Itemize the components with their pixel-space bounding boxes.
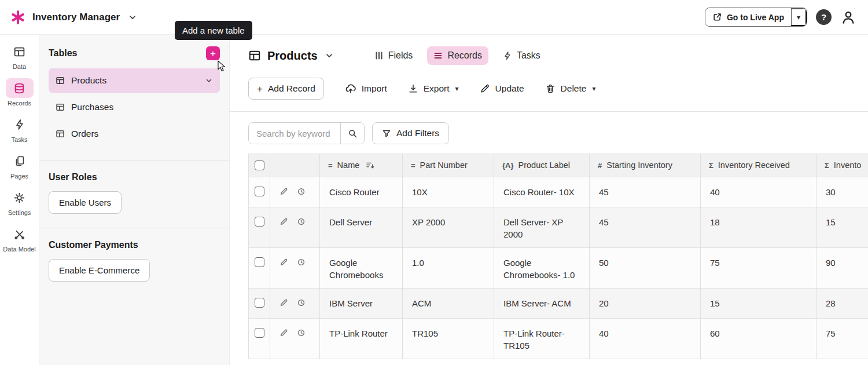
row-history-icon[interactable]: [297, 258, 306, 267]
column-header-part-number[interactable]: = Part Number: [403, 154, 494, 177]
app-switcher-chevron-down-icon[interactable]: [128, 13, 137, 22]
add-filters-button[interactable]: Add Filters: [372, 122, 449, 144]
enable-users-button[interactable]: Enable Users: [49, 191, 122, 214]
row-history-icon[interactable]: [297, 298, 306, 307]
main-content: Products Fields Records: [230, 35, 868, 365]
cell-inventory-received[interactable]: 75: [701, 248, 816, 289]
cell-inventory-6[interactable]: 15: [816, 207, 868, 248]
row-checkbox[interactable]: [255, 328, 264, 338]
cell-part-number[interactable]: 1.0: [403, 248, 494, 289]
cell-inventory-received[interactable]: 18: [701, 207, 816, 248]
cell-part-number[interactable]: ACM: [403, 289, 494, 319]
caret-down-icon: ▾: [797, 13, 800, 21]
edit-row-pencil-icon[interactable]: [279, 258, 288, 267]
edit-row-pencil-icon[interactable]: [279, 329, 288, 337]
pencil-icon: [480, 83, 490, 94]
cell-name[interactable]: Google Chromebooks: [320, 248, 403, 289]
delete-button[interactable]: Delete ▾: [545, 83, 596, 94]
rail-item-pages[interactable]: Pages: [6, 151, 34, 180]
cell-name[interactable]: Dell Server: [320, 207, 403, 248]
column-header-inventory-6[interactable]: Σ Invento: [816, 154, 868, 177]
lightning-icon: [14, 119, 25, 130]
search-filter-row: Add Filters: [248, 122, 868, 144]
row-history-icon[interactable]: [297, 187, 306, 196]
row-checkbox[interactable]: [255, 217, 264, 227]
search-input[interactable]: [249, 123, 340, 144]
column-header-inventory-received[interactable]: Σ Inventory Received: [701, 154, 816, 177]
rail-item-data-model[interactable]: Data Model: [3, 224, 35, 253]
column-header-starting-inventory[interactable]: # Starting Inventory: [590, 154, 701, 177]
user-roles-heading: User Roles: [49, 172, 220, 183]
edit-row-pencil-icon[interactable]: [279, 298, 288, 307]
cell-product-label[interactable]: IBM Server- ACM: [494, 289, 590, 319]
sidebar-item-products[interactable]: Products: [49, 68, 220, 93]
cell-starting-inventory[interactable]: 20: [590, 289, 701, 319]
divider: [39, 160, 229, 160]
row-checkbox[interactable]: [255, 298, 264, 308]
cell-starting-inventory[interactable]: 50: [590, 248, 701, 289]
tab-tasks[interactable]: Tasks: [496, 46, 547, 65]
sidebar-item-orders[interactable]: Orders: [49, 122, 220, 146]
table-selector-chevron-down-icon[interactable]: [325, 51, 334, 60]
table-row: TP-Link Router TR105 TP-Link Router- TR1…: [249, 319, 868, 359]
cell-part-number[interactable]: TR105: [403, 319, 494, 359]
row-checkbox[interactable]: [255, 257, 264, 267]
enable-ecommerce-button[interactable]: Enable E-Commerce: [49, 259, 150, 282]
cell-name[interactable]: TP-Link Router: [320, 319, 403, 359]
records-database-icon: [13, 82, 25, 94]
rail-item-settings[interactable]: Settings: [6, 188, 34, 216]
record-actions-toolbar: + Add Record Import Export ▾: [248, 78, 868, 100]
filter-icon: [382, 129, 391, 138]
sort-icon[interactable]: [366, 162, 374, 169]
pages-icon: [14, 155, 25, 167]
export-button[interactable]: Export ▾: [408, 83, 459, 94]
divider: [39, 228, 229, 228]
help-button[interactable]: ?: [816, 9, 832, 25]
lightning-icon: [503, 51, 512, 60]
cell-part-number[interactable]: 10X: [403, 177, 494, 207]
go-to-live-app-button[interactable]: Go to Live App: [705, 8, 791, 26]
add-table-button[interactable]: +: [206, 46, 220, 60]
cell-product-label[interactable]: Dell Server- XP 2000: [494, 207, 590, 248]
add-record-button[interactable]: + Add Record: [248, 78, 324, 100]
import-button[interactable]: Import: [345, 83, 387, 94]
row-history-icon[interactable]: [297, 217, 306, 226]
select-all-checkbox[interactable]: [255, 160, 264, 170]
rail-item-records[interactable]: Records: [6, 78, 34, 107]
edit-row-pencil-icon[interactable]: [279, 187, 288, 196]
cell-name[interactable]: Cisco Router: [320, 177, 403, 207]
cell-product-label[interactable]: TP-Link Router- TR105: [494, 319, 590, 359]
tables-heading: Tables: [49, 48, 78, 59]
tab-records[interactable]: Records: [427, 46, 488, 65]
column-header-product-label[interactable]: {A} Product Label: [494, 154, 590, 177]
row-history-icon[interactable]: [297, 329, 306, 337]
cell-part-number[interactable]: XP 2000: [403, 207, 494, 248]
update-button[interactable]: Update: [480, 83, 524, 94]
cell-name[interactable]: IBM Server: [320, 289, 403, 319]
cell-inventory-6[interactable]: 28: [816, 289, 868, 319]
go-live-dropdown-caret[interactable]: ▾: [791, 8, 807, 26]
user-avatar-button[interactable]: [840, 9, 856, 25]
row-checkbox[interactable]: [255, 187, 264, 196]
cell-inventory-received[interactable]: 60: [701, 319, 816, 359]
edit-row-pencil-icon[interactable]: [279, 217, 288, 226]
page-title: Products: [267, 49, 318, 63]
cell-inventory-6[interactable]: 75: [816, 319, 868, 359]
cell-starting-inventory[interactable]: 45: [590, 177, 701, 207]
rail-item-data[interactable]: Data: [6, 42, 34, 70]
cell-inventory-6[interactable]: 90: [816, 248, 868, 289]
caret-down-icon: ▾: [592, 85, 595, 93]
cell-inventory-6[interactable]: 30: [816, 177, 868, 207]
rail-item-tasks[interactable]: Tasks: [6, 115, 34, 143]
cell-product-label[interactable]: Google Chromebooks- 1.0: [494, 248, 590, 289]
cell-inventory-received[interactable]: 15: [701, 289, 816, 319]
cell-starting-inventory[interactable]: 45: [590, 207, 701, 248]
external-link-icon: [712, 12, 722, 22]
cell-inventory-received[interactable]: 40: [701, 177, 816, 207]
search-button[interactable]: [340, 123, 364, 144]
cell-starting-inventory[interactable]: 40: [590, 319, 701, 359]
sidebar-item-purchases[interactable]: Purchases: [49, 95, 220, 119]
column-header-name[interactable]: = Name: [320, 154, 403, 177]
tab-fields[interactable]: Fields: [368, 46, 420, 65]
cell-product-label[interactable]: Cisco Router- 10X: [494, 177, 590, 207]
